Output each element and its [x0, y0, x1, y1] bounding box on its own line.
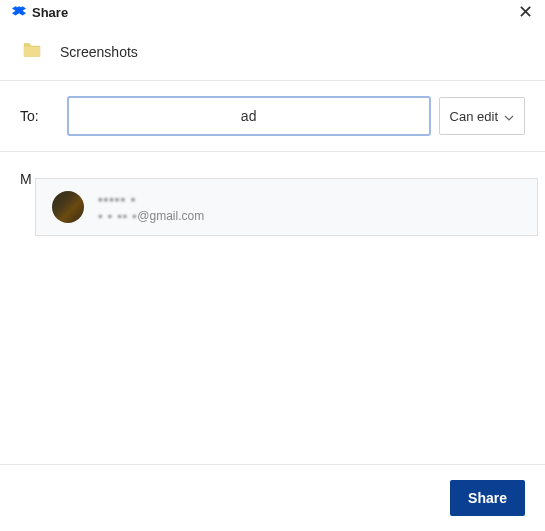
permission-dropdown[interactable]: Can edit: [439, 97, 525, 135]
suggestion-name: ▪▪▪▪▪ ▪: [98, 192, 204, 207]
to-section: To: Can edit: [0, 81, 545, 152]
header-left: Share: [12, 5, 68, 20]
folder-section: Screenshots: [0, 24, 545, 81]
to-label: To:: [20, 108, 39, 124]
dialog-title: Share: [32, 5, 68, 20]
dropbox-icon: [12, 5, 26, 19]
folder-icon: [22, 42, 42, 62]
input-wrap: Can edit: [67, 96, 525, 136]
folder-name: Screenshots: [60, 44, 138, 60]
message-label: M: [20, 171, 32, 187]
chevron-down-icon: [504, 109, 514, 124]
dialog-header: Share ✕: [0, 0, 545, 24]
contact-suggestion[interactable]: ▪▪▪▪▪ ▪ ▪ ▪ ▪▪ ▪@gmail.com: [35, 178, 538, 236]
suggestion-email: ▪ ▪ ▪▪ ▪@gmail.com: [98, 209, 204, 223]
suggestion-email-suffix: @gmail.com: [137, 209, 204, 223]
dialog-footer: Share: [0, 464, 545, 531]
permission-label: Can edit: [450, 109, 498, 124]
recipient-input[interactable]: [67, 96, 431, 136]
share-button[interactable]: Share: [450, 480, 525, 516]
suggestion-email-prefix: ▪ ▪ ▪▪ ▪: [98, 209, 137, 223]
avatar: [52, 191, 84, 223]
suggestion-text: ▪▪▪▪▪ ▪ ▪ ▪ ▪▪ ▪@gmail.com: [98, 192, 204, 223]
close-icon[interactable]: ✕: [518, 3, 533, 21]
